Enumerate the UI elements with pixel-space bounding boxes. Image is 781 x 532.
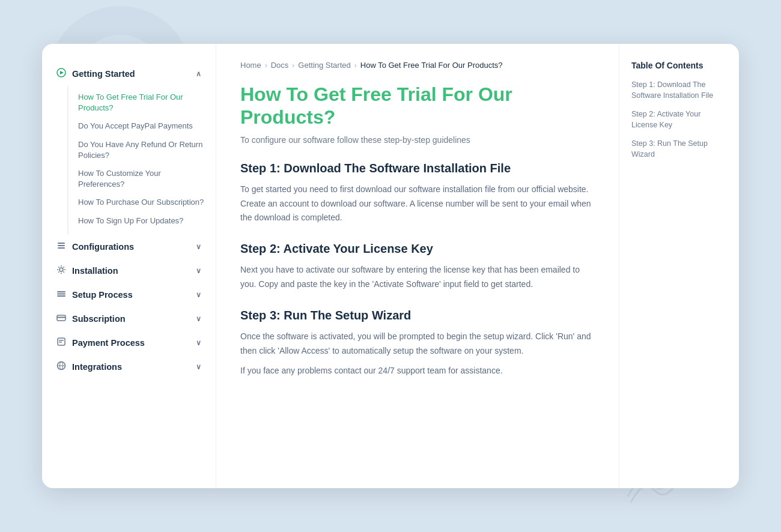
sidebar-label-installation: Installation <box>72 266 118 276</box>
getting-started-icon <box>56 68 66 80</box>
svg-rect-4 <box>58 247 65 249</box>
sidebar-section-getting-started: Getting Started∧How To Get Free Trial Fo… <box>42 62 216 235</box>
sidebar-header-getting-started[interactable]: Getting Started∧ <box>42 62 216 86</box>
sidebar-section-integrations: Integrations∨ <box>42 355 216 379</box>
chevron-getting-started-icon: ∧ <box>196 70 201 78</box>
step-body-1: To get started you need to first downloa… <box>240 183 595 225</box>
svg-rect-2 <box>58 243 65 244</box>
sidebar-header-subscription[interactable]: Subscription∨ <box>42 307 216 331</box>
svg-marker-1 <box>60 71 64 74</box>
subscription-icon <box>56 313 66 325</box>
svg-point-5 <box>59 268 63 271</box>
chevron-integrations-icon: ∨ <box>196 363 201 371</box>
article-footer: If you face any problems contact our 24/… <box>240 364 595 378</box>
toc-item-2[interactable]: Step 2: Activate Your License Key <box>631 109 727 130</box>
setup-process-icon <box>56 289 66 301</box>
main-card: Getting Started∧How To Get Free Trial Fo… <box>42 44 739 488</box>
toc-item-3[interactable]: Step 3: Run The Setup Wizard <box>631 139 727 160</box>
sidebar-subitem-getting-started-1[interactable]: Do You Accept PayPal Payments <box>68 117 216 135</box>
sidebar-subitem-getting-started-5[interactable]: How To Sign Up For Updates? <box>68 212 216 230</box>
integrations-icon <box>56 361 66 373</box>
sidebar-header-payment-process[interactable]: Payment Process∨ <box>42 331 216 355</box>
sidebar-label-getting-started: Getting Started <box>72 69 135 79</box>
sidebar-subitem-getting-started-3[interactable]: How To Customize Your Preferences? <box>68 165 216 193</box>
article-title: How To Get Free Trial For Our Products? <box>240 83 595 129</box>
sidebar-section-configurations: Configurations∨ <box>42 235 216 259</box>
sidebar-header-integrations[interactable]: Integrations∨ <box>42 355 216 379</box>
svg-rect-10 <box>57 316 65 318</box>
sidebar-subitems-getting-started: How To Get Free Trial For Our Products?D… <box>67 86 216 235</box>
sidebar-section-installation: Installation∨ <box>42 259 216 283</box>
breadcrumb-sep-1: › <box>265 61 267 70</box>
sidebar-label-configurations: Configurations <box>72 242 134 252</box>
sidebar-section-subscription: Subscription∨ <box>42 307 216 331</box>
toc-item-1[interactable]: Step 1: Download The Software Installati… <box>631 80 727 101</box>
payment-process-icon <box>56 337 66 349</box>
sidebar-label-payment-process: Payment Process <box>72 338 145 348</box>
breadcrumb-home[interactable]: Home <box>240 61 261 70</box>
installation-icon <box>56 265 66 277</box>
configurations-icon <box>56 241 66 253</box>
step-body-2: Next you have to activate our software b… <box>240 263 595 292</box>
sidebar-subitem-getting-started-2[interactable]: Do You Have Any Refund Or Return Policie… <box>68 136 216 165</box>
svg-rect-6 <box>57 291 65 292</box>
step-heading-1: Step 1: Download The Software Installati… <box>240 162 595 175</box>
sidebar-section-setup-process: Setup Process∨ <box>42 283 216 307</box>
breadcrumb-sep-3: › <box>354 61 357 70</box>
svg-rect-8 <box>57 295 65 297</box>
article-subtitle: To configure our software follow these s… <box>240 135 595 145</box>
chevron-installation-icon: ∨ <box>196 267 201 275</box>
sidebar-label-integrations: Integrations <box>72 362 122 372</box>
main-content: Home › Docs › Getting Started › How To G… <box>216 44 619 488</box>
sidebar-subitem-getting-started-0[interactable]: How To Get Free Trial For Our Products? <box>68 88 216 117</box>
chevron-subscription-icon: ∨ <box>196 315 201 323</box>
breadcrumb: Home › Docs › Getting Started › How To G… <box>240 61 595 70</box>
breadcrumb-docs[interactable]: Docs <box>271 61 289 70</box>
sidebar-label-subscription: Subscription <box>72 314 126 324</box>
step-body-3: Once the software is activated, you will… <box>240 330 595 358</box>
sidebar: Getting Started∧How To Get Free Trial Fo… <box>42 44 216 488</box>
article: How To Get Free Trial For Our Products? … <box>240 83 595 378</box>
sidebar-section-payment-process: Payment Process∨ <box>42 331 216 355</box>
toc-title: Table Of Contents <box>631 61 727 70</box>
chevron-configurations-icon: ∨ <box>196 243 201 251</box>
sidebar-label-setup-process: Setup Process <box>72 290 133 300</box>
sidebar-subitem-getting-started-4[interactable]: How To Purchase Our Subscription? <box>68 193 216 211</box>
sidebar-header-configurations[interactable]: Configurations∨ <box>42 235 216 259</box>
step-heading-3: Step 3: Run The Setup Wizard <box>240 309 595 322</box>
svg-rect-12 <box>59 340 64 341</box>
step-heading-2: Step 2: Activate Your License Key <box>240 242 595 256</box>
svg-rect-7 <box>57 293 65 294</box>
breadcrumb-sep-2: › <box>292 61 294 70</box>
svg-rect-3 <box>58 245 65 246</box>
breadcrumb-current: How To Get Free Trial For Our Products? <box>360 61 503 70</box>
table-of-contents: Table Of Contents Step 1: Download The S… <box>619 44 739 488</box>
breadcrumb-getting-started[interactable]: Getting Started <box>298 61 350 70</box>
sidebar-header-setup-process[interactable]: Setup Process∨ <box>42 283 216 307</box>
svg-rect-13 <box>59 342 62 343</box>
chevron-setup-process-icon: ∨ <box>196 291 201 299</box>
sidebar-header-installation[interactable]: Installation∨ <box>42 259 216 283</box>
chevron-payment-process-icon: ∨ <box>196 339 201 347</box>
